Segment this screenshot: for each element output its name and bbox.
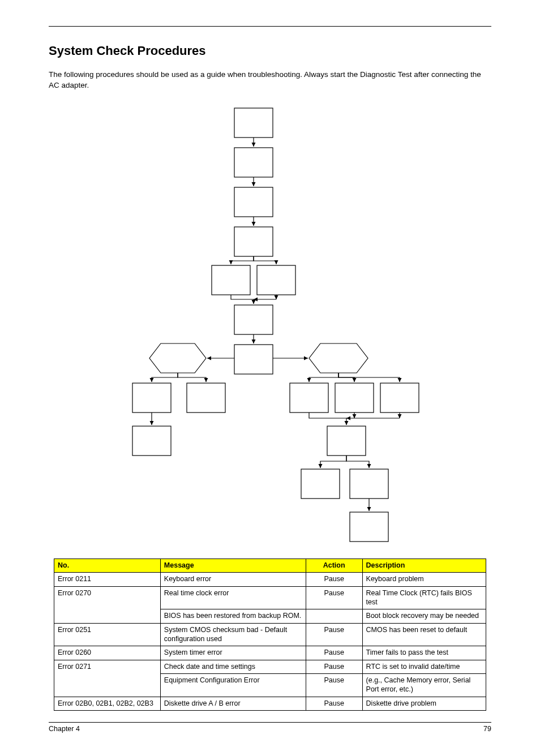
cell-desc: CMOS has been reset to default: [362, 623, 486, 646]
cell-desc: (e.g., Cache Memory error, Serial Port e…: [362, 674, 486, 697]
th-desc: Description: [362, 559, 486, 573]
svg-rect-19: [350, 512, 388, 542]
footer-left: Chapter 4: [49, 725, 80, 733]
cell-no: Error 0260: [54, 646, 161, 660]
cell-desc: Keyboard problem: [362, 573, 486, 587]
page-footer: Chapter 4 79: [49, 725, 491, 750]
cell-msg: Real time clock error: [160, 587, 306, 609]
svg-rect-4: [212, 265, 250, 295]
cell-desc: Boot block recovery may be needed: [362, 609, 486, 624]
svg-rect-11: [187, 383, 225, 413]
cell-no: Error 0271: [54, 660, 161, 697]
top-rule: [49, 26, 491, 27]
cell-act: Pause: [306, 660, 362, 674]
cell-act: Pause: [306, 573, 362, 587]
intro-paragraph: The following procedures should be used …: [49, 70, 491, 91]
cell-act: Pause: [306, 674, 362, 697]
cell-msg: Check date and time settings: [160, 660, 306, 674]
svg-marker-8: [149, 343, 206, 373]
cell-msg: Keyboard error: [160, 573, 306, 587]
cell-act: Pause: [306, 697, 362, 711]
svg-rect-10: [132, 383, 171, 413]
cell-desc: Diskette drive problem: [362, 697, 486, 711]
cell-msg: System CMOS checksum bad - Default confi…: [160, 623, 306, 646]
cell-no: Error 0211: [54, 573, 161, 587]
svg-rect-0: [234, 108, 273, 138]
cell-desc: RTC is set to invalid date/time: [362, 660, 486, 674]
section-title: System Check Procedures: [49, 44, 491, 58]
cell-act: Pause: [306, 587, 362, 609]
svg-rect-17: [301, 469, 340, 499]
th-no: No.: [54, 559, 161, 573]
cell-no: Error 0251: [54, 623, 161, 646]
svg-marker-9: [309, 343, 368, 373]
cell-act: Pause: [306, 646, 362, 660]
svg-rect-18: [350, 469, 388, 499]
error-table: No. Message Action Description Error 021…: [54, 559, 486, 711]
svg-rect-2: [234, 187, 273, 217]
svg-rect-6: [234, 305, 273, 334]
th-msg: Message: [160, 559, 306, 573]
cell-msg: Diskette drive A / B error: [160, 697, 306, 711]
cell-msg: System timer error: [160, 646, 306, 660]
cell-desc: Real Time Clock (RTC) fails BIOS test: [362, 587, 486, 609]
svg-rect-15: [380, 383, 419, 413]
th-act: Action: [306, 559, 362, 573]
cell-msg: BIOS has been restored from backup ROM.: [160, 609, 306, 624]
cell-no: Error 02B0, 02B1, 02B2, 02B3: [54, 697, 161, 711]
cell-desc: Timer fails to pass the test: [362, 646, 486, 660]
bottom-rule: [49, 722, 491, 723]
footer-right: 79: [483, 725, 491, 733]
svg-rect-16: [327, 426, 366, 456]
svg-rect-7: [234, 345, 273, 374]
svg-rect-5: [257, 265, 295, 295]
flowchart-svg: [49, 102, 491, 549]
svg-rect-3: [234, 227, 273, 256]
svg-rect-13: [290, 383, 328, 413]
cell-act: [306, 609, 362, 624]
svg-rect-12: [132, 426, 171, 456]
flowchart: [49, 102, 491, 549]
svg-rect-1: [234, 148, 273, 177]
svg-rect-14: [335, 383, 374, 413]
cell-msg: Equipment Configuration Error: [160, 674, 306, 697]
cell-act: Pause: [306, 623, 362, 646]
cell-no: Error 0270: [54, 587, 161, 624]
